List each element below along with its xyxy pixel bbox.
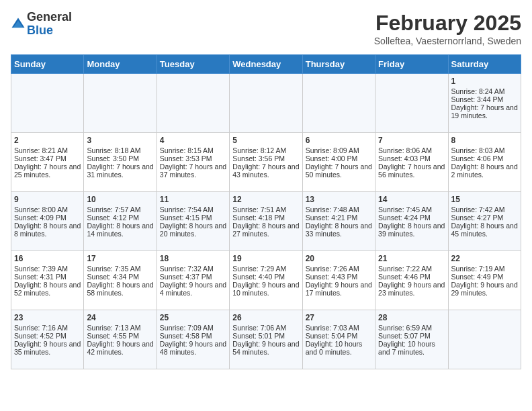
day-info: Daylight: 9 hours and 29 minutes. [451, 281, 518, 297]
day-info: Sunset: 3:47 PM [14, 154, 81, 163]
day-info: Sunrise: 8:06 AM [378, 146, 445, 154]
header-wednesday: Wednesday [230, 55, 302, 74]
day-info: Daylight: 8 hours and 33 minutes. [306, 222, 372, 238]
day-info: Sunset: 5:07 PM [378, 332, 445, 340]
day-info: Sunrise: 8:24 AM [451, 87, 518, 95]
day-info: Sunrise: 7:54 AM [160, 205, 226, 214]
day-number: 13 [306, 195, 372, 204]
page-header: General Blue February 2025 Solleftea, Va… [11, 11, 521, 46]
day-info: Sunset: 4:58 PM [160, 332, 226, 340]
title-block: February 2025 Solleftea, Vaesternorrland… [374, 11, 521, 46]
calendar-cell: 18Sunrise: 7:32 AMSunset: 4:37 PMDayligh… [157, 251, 229, 310]
day-info: Sunrise: 8:03 AM [451, 146, 518, 154]
day-info: Sunrise: 7:48 AM [306, 205, 372, 214]
calendar-cell: 23Sunrise: 7:16 AMSunset: 4:52 PMDayligh… [11, 310, 84, 369]
day-info: Sunrise: 7:45 AM [378, 205, 445, 214]
calendar-body: 1Sunrise: 8:24 AMSunset: 3:44 PMDaylight… [11, 74, 521, 369]
day-info: Sunset: 4:55 PM [87, 332, 153, 340]
day-info: Sunrise: 8:12 AM [232, 146, 299, 154]
day-info: Daylight: 7 hours and 43 minutes. [232, 163, 299, 179]
day-info: Daylight: 9 hours and 10 minutes. [232, 281, 299, 297]
calendar-cell: 2Sunrise: 8:21 AMSunset: 3:47 PMDaylight… [11, 133, 84, 192]
day-number: 28 [378, 313, 445, 322]
calendar-cell: 14Sunrise: 7:45 AMSunset: 4:24 PMDayligh… [375, 192, 448, 251]
day-info: Sunrise: 7:42 AM [451, 205, 518, 214]
day-number: 26 [232, 313, 299, 322]
day-info: Sunset: 4:00 PM [306, 154, 372, 163]
day-number: 22 [451, 254, 518, 263]
calendar-cell: 13Sunrise: 7:48 AMSunset: 4:21 PMDayligh… [302, 192, 375, 251]
calendar-cell [230, 74, 302, 133]
day-info: Sunset: 4:12 PM [87, 214, 153, 222]
day-info: Daylight: 7 hours and 50 minutes. [306, 163, 372, 179]
day-info: Sunset: 4:21 PM [306, 214, 372, 222]
header-friday: Friday [375, 55, 448, 74]
calendar-cell: 26Sunrise: 7:06 AMSunset: 5:01 PMDayligh… [230, 310, 302, 369]
day-info: Sunrise: 8:21 AM [14, 146, 81, 154]
day-number: 23 [14, 313, 81, 322]
day-info: Sunrise: 7:39 AM [14, 265, 81, 273]
day-number: 8 [451, 136, 518, 145]
day-number: 1 [451, 77, 518, 86]
calendar-cell: 17Sunrise: 7:35 AMSunset: 4:34 PMDayligh… [84, 251, 157, 310]
day-number: 3 [87, 136, 153, 145]
day-number: 11 [160, 195, 226, 204]
day-info: Sunrise: 8:09 AM [306, 146, 372, 154]
calendar-cell: 9Sunrise: 8:00 AMSunset: 4:09 PMDaylight… [11, 192, 84, 251]
day-number: 6 [306, 136, 372, 145]
logo-icon [11, 17, 26, 32]
day-info: Sunrise: 8:15 AM [160, 146, 226, 154]
day-number: 15 [451, 195, 518, 204]
calendar-cell [302, 74, 375, 133]
day-number: 7 [378, 136, 445, 145]
calendar-cell: 5Sunrise: 8:12 AMSunset: 3:56 PMDaylight… [230, 133, 302, 192]
calendar-week-row: 1Sunrise: 8:24 AMSunset: 3:44 PMDaylight… [11, 74, 521, 133]
day-info: Sunset: 3:50 PM [87, 154, 153, 163]
day-info: Daylight: 9 hours and 4 minutes. [160, 281, 226, 297]
day-info: Daylight: 9 hours and 17 minutes. [306, 281, 372, 297]
day-number: 4 [160, 136, 226, 145]
day-number: 19 [232, 254, 299, 263]
calendar-cell: 20Sunrise: 7:26 AMSunset: 4:43 PMDayligh… [302, 251, 375, 310]
day-info: Sunrise: 7:57 AM [87, 205, 153, 214]
day-info: Daylight: 8 hours and 45 minutes. [451, 222, 518, 238]
day-info: Sunset: 3:56 PM [232, 154, 299, 163]
day-info: Sunrise: 7:13 AM [87, 324, 153, 332]
calendar-week-row: 16Sunrise: 7:39 AMSunset: 4:31 PMDayligh… [11, 251, 521, 310]
day-number: 27 [306, 313, 372, 322]
calendar-cell: 16Sunrise: 7:39 AMSunset: 4:31 PMDayligh… [11, 251, 84, 310]
calendar-cell: 11Sunrise: 7:54 AMSunset: 4:15 PMDayligh… [157, 192, 229, 251]
day-info: Sunset: 4:46 PM [378, 273, 445, 281]
day-info: Sunrise: 7:19 AM [451, 265, 518, 273]
day-info: Sunrise: 7:22 AM [378, 265, 445, 273]
day-number: 10 [87, 195, 153, 204]
logo-general-text: General [27, 10, 72, 24]
day-info: Daylight: 8 hours and 52 minutes. [14, 281, 81, 297]
day-info: Sunrise: 7:06 AM [232, 324, 299, 332]
day-number: 20 [306, 254, 372, 263]
day-number: 21 [378, 254, 445, 263]
day-info: Sunset: 4:24 PM [378, 214, 445, 222]
day-info: Daylight: 8 hours and 58 minutes. [87, 281, 153, 297]
day-number: 25 [160, 313, 226, 322]
calendar-cell: 21Sunrise: 7:22 AMSunset: 4:46 PMDayligh… [375, 251, 448, 310]
calendar-cell: 10Sunrise: 7:57 AMSunset: 4:12 PMDayligh… [84, 192, 157, 251]
day-info: Daylight: 9 hours and 35 minutes. [14, 340, 81, 356]
calendar-table: Sunday Monday Tuesday Wednesday Thursday… [11, 54, 521, 369]
day-info: Sunrise: 7:26 AM [306, 265, 372, 273]
day-info: Daylight: 7 hours and 37 minutes. [160, 163, 226, 179]
calendar-cell: 7Sunrise: 8:06 AMSunset: 4:03 PMDaylight… [375, 133, 448, 192]
day-info: Sunrise: 7:51 AM [232, 205, 299, 214]
calendar-cell: 28Sunrise: 6:59 AMSunset: 5:07 PMDayligh… [375, 310, 448, 369]
day-number: 24 [87, 313, 153, 322]
day-info: Daylight: 8 hours and 27 minutes. [232, 222, 299, 238]
day-info: Sunset: 4:03 PM [378, 154, 445, 163]
day-info: Daylight: 9 hours and 54 minutes. [232, 340, 299, 356]
calendar-cell: 15Sunrise: 7:42 AMSunset: 4:27 PMDayligh… [448, 192, 521, 251]
day-info: Sunrise: 7:32 AM [160, 265, 226, 273]
day-info: Daylight: 9 hours and 48 minutes. [160, 340, 226, 356]
day-info: Sunset: 5:04 PM [306, 332, 372, 340]
location-subtitle: Solleftea, Vaesternorrland, Sweden [374, 36, 521, 46]
calendar-cell: 1Sunrise: 8:24 AMSunset: 3:44 PMDaylight… [448, 74, 521, 133]
calendar-cell: 6Sunrise: 8:09 AMSunset: 4:00 PMDaylight… [302, 133, 375, 192]
